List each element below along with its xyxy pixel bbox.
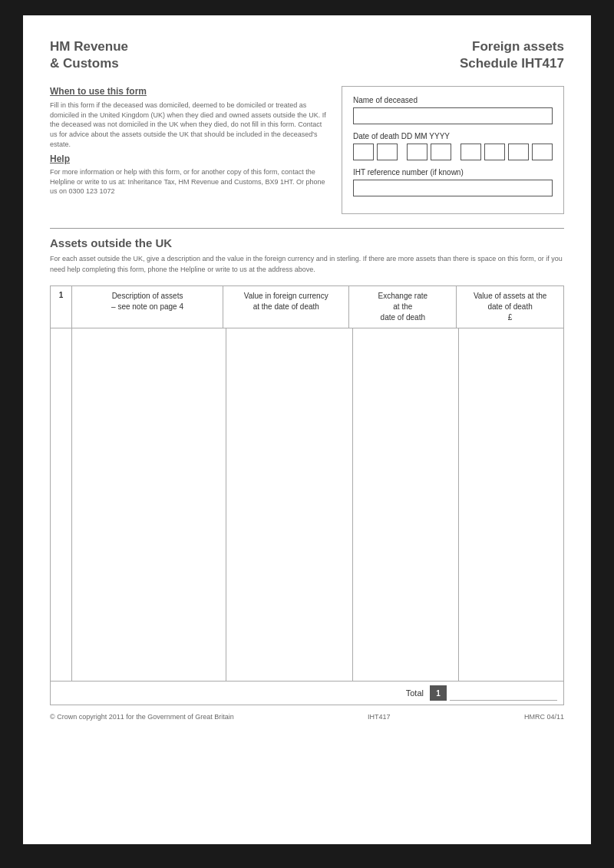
body-col-desc: [72, 328, 226, 681]
assets-section: Assets outside the UK For each asset out…: [50, 236, 564, 705]
body-row-num: [51, 328, 72, 681]
col-header-desc: Description of assets – see note on page…: [72, 286, 223, 328]
date-dd-box1: [353, 144, 374, 160]
col-header-value: Value of assets at the date of death £: [457, 286, 563, 328]
col-foreign-line1: Value in foreign currency: [244, 292, 328, 300]
section-divider: [50, 228, 564, 229]
footer-center: IHT417: [368, 713, 391, 721]
body-col-exchange: [353, 328, 459, 681]
page-header: HM Revenue & Customs Foreign assets Sche…: [50, 38, 564, 72]
date-yyyy-box4: [532, 144, 553, 160]
col-exchange-line1: Exchange rate: [378, 292, 428, 300]
col-value-line2: date of death: [487, 302, 532, 311]
help-body: For more information or help with this f…: [50, 167, 326, 196]
page-footer: © Crown copyright 2011 for the Governmen…: [50, 713, 564, 721]
assets-table: 1 Description of assets – see note on pa…: [50, 285, 564, 705]
help-title: Help: [50, 153, 326, 164]
form-title-line1: Foreign assets: [460, 38, 564, 55]
total-label: Total: [406, 688, 424, 698]
col-header-foreign: Value in foreign currency at the date of…: [223, 286, 349, 328]
col-exchange-line3: date of death: [381, 313, 425, 322]
assets-section-title: Assets outside the UK: [50, 236, 564, 249]
name-label: Name of deceased: [353, 96, 553, 104]
date-fields: [353, 144, 553, 160]
col-desc-line2: – see note on page 4: [111, 302, 183, 311]
iht-label: IHT reference number (if known): [353, 168, 553, 177]
col-value-line1: Value of assets at the: [474, 292, 546, 300]
footer-right: HMRC 04/11: [524, 713, 564, 721]
date-yyyy-box3: [508, 144, 529, 160]
body-col-value: [459, 328, 564, 681]
iht-field-group: IHT reference number (if known): [353, 168, 553, 196]
iht-input[interactable]: [353, 180, 553, 196]
date-mm-box1: [407, 144, 427, 160]
logo-line2: & Customs: [50, 55, 128, 72]
col-value-line3: £: [508, 313, 513, 322]
when-title: When to use this form: [50, 86, 326, 97]
date-field-group: Date of death DD MM YYYY: [353, 132, 553, 160]
table-total-row: Total 1: [51, 682, 563, 705]
table-body-row: [51, 328, 563, 682]
date-yyyy-box2: [484, 144, 505, 160]
total-box-number: 1: [430, 685, 447, 701]
col-foreign-line2: at the date of death: [253, 302, 319, 311]
date-yyyy-box1: [460, 144, 481, 160]
date-mm-box2: [431, 144, 451, 160]
date-dd-box2: [377, 144, 398, 160]
date-label: Date of death DD MM YYYY: [353, 132, 553, 140]
name-input[interactable]: [353, 107, 553, 124]
row-number-label: 1: [59, 291, 64, 299]
when-text: When to use this form Fill in this form …: [50, 86, 326, 214]
body-col-foreign: [226, 328, 353, 681]
hmrc-logo: HM Revenue & Customs: [50, 38, 128, 72]
form-title-line2: Schedule IHT417: [460, 55, 564, 72]
total-pound-field: [450, 685, 557, 701]
col-exchange-line2: at the: [393, 302, 412, 311]
page: HM Revenue & Customs Foreign assets Sche…: [23, 15, 591, 844]
name-field-group: Name of deceased: [353, 96, 553, 124]
col-desc-line1: Description of assets: [112, 292, 183, 300]
table-header-row: 1 Description of assets – see note on pa…: [51, 286, 563, 328]
assets-desc: For each asset outside the UK, give a de…: [50, 254, 564, 275]
form-title: Foreign assets Schedule IHT417: [460, 38, 564, 72]
when-body: Fill in this form if the deceased was do…: [50, 101, 326, 149]
form-fields-box: Name of deceased Date of death DD MM YYY…: [342, 86, 564, 214]
col-header-exchange: Exchange rate at the date of death: [349, 286, 457, 328]
footer-left: © Crown copyright 2011 for the Governmen…: [50, 713, 234, 721]
when-section: When to use this form Fill in this form …: [50, 86, 564, 214]
logo-line1: HM Revenue: [50, 38, 128, 55]
header-row-num: 1: [51, 286, 72, 328]
